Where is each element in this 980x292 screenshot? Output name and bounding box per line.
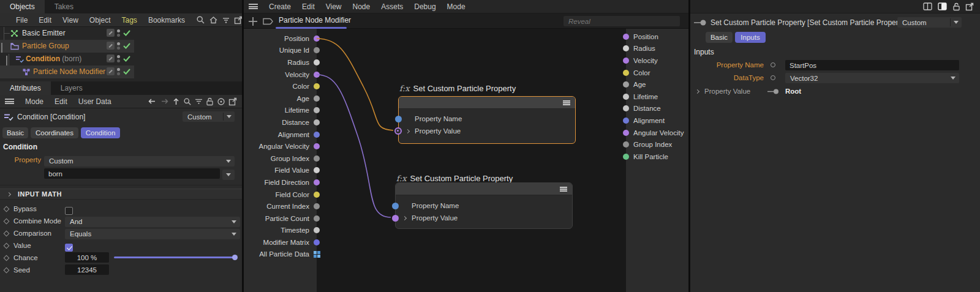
filter-icon[interactable] — [222, 16, 230, 24]
tag-shape-icon[interactable] — [262, 17, 274, 26]
menu-file[interactable]: File — [16, 16, 28, 24]
chevron-right-icon[interactable] — [405, 129, 410, 133]
menu-mode[interactable]: Mode — [25, 97, 43, 106]
object-label[interactable]: Basic Emitter — [22, 29, 66, 37]
key-diamond-icon[interactable] — [4, 206, 10, 212]
menu-mode[interactable]: Mode — [447, 2, 466, 11]
split-view-icon[interactable] — [923, 2, 933, 10]
port-dot[interactable] — [623, 118, 629, 124]
tab-attributes[interactable]: Attributes — [0, 81, 51, 95]
port-row[interactable]: Velocity — [626, 54, 688, 67]
menu-tags[interactable]: Tags — [122, 16, 137, 24]
preset-dropdown[interactable]: Custom — [897, 17, 962, 28]
chevron-right-icon[interactable] — [402, 216, 407, 220]
menu-assets[interactable]: Assets — [381, 2, 403, 11]
port-dot[interactable] — [623, 105, 629, 111]
property-picker-button[interactable] — [222, 170, 235, 180]
port-row[interactable]: Age — [626, 78, 688, 91]
port-dot[interactable] — [392, 203, 399, 209]
key-diamond-icon[interactable] — [4, 230, 10, 236]
port-dot[interactable] — [623, 70, 629, 76]
tree-row-condition[interactable]: Condition (born) — [0, 53, 134, 66]
port-dot[interactable] — [623, 154, 629, 160]
seed-input[interactable] — [65, 264, 109, 275]
datatype-dropdown[interactable]: Vector32 — [785, 73, 959, 83]
edit-toggle-icon[interactable] — [107, 42, 115, 50]
edit-toggle-icon[interactable] — [107, 67, 115, 75]
menu-debug[interactable]: Debug — [414, 2, 435, 11]
slider-handle[interactable] — [232, 255, 238, 260]
preset-dropdown[interactable]: Custom — [183, 111, 235, 122]
node-port-property-value[interactable]: Property Value — [396, 212, 572, 224]
tree-row-basic-emitter[interactable]: Basic Emitter — [0, 27, 134, 40]
chance-input[interactable] — [65, 252, 109, 263]
menu-edit[interactable]: Edit — [55, 97, 67, 106]
layer-dots-icon[interactable] — [117, 29, 120, 37]
menu-create[interactable]: Create — [269, 2, 291, 11]
combine-mode-dropdown[interactable]: And — [65, 217, 240, 227]
port-dot[interactable] — [623, 34, 629, 40]
port-dot[interactable] — [623, 130, 629, 136]
port-row[interactable]: Angular Velocity — [626, 127, 688, 139]
key-diamond-icon[interactable] — [4, 218, 10, 224]
connected-port-icon[interactable] — [767, 88, 780, 95]
port-row[interactable]: Alignment — [626, 114, 688, 127]
node-set-custom-particle-property-1[interactable]: Property Name Property Value — [398, 96, 576, 144]
value-checkbox[interactable] — [65, 244, 73, 252]
tab-particle-node-modifier[interactable]: Particle Node Modifier — [279, 16, 351, 24]
port-row[interactable]: Lifetime — [626, 91, 688, 103]
target-icon[interactable] — [217, 97, 225, 106]
tab-objects[interactable]: Objects — [0, 0, 45, 13]
port-dot[interactable] — [392, 215, 399, 222]
chevron-right-icon[interactable] — [695, 89, 699, 94]
forward-arrow-icon[interactable] — [160, 97, 169, 105]
layer-dots-icon[interactable] — [117, 55, 120, 62]
port-dot[interactable] — [623, 81, 629, 88]
port-dot[interactable] — [623, 141, 629, 148]
search-icon[interactable] — [183, 97, 192, 106]
menu-object[interactable]: Object — [89, 16, 111, 24]
port-dot-connected[interactable] — [394, 127, 402, 135]
edit-toggle-icon[interactable] — [107, 29, 115, 37]
menu-view[interactable]: View — [326, 2, 342, 11]
port-dot[interactable] — [623, 94, 629, 100]
port-row[interactable]: Position — [626, 31, 688, 43]
tab-takes[interactable]: Takes — [45, 0, 83, 13]
property-name-field[interactable]: born — [44, 168, 220, 179]
layer-dots-icon[interactable] — [117, 42, 120, 50]
property-dropdown[interactable]: Custom — [44, 156, 235, 167]
node-menu-icon[interactable] — [560, 187, 567, 192]
node-canvas[interactable]: Position Unique Id Radius Velocity Color… — [244, 29, 688, 292]
port-dot[interactable] — [623, 58, 629, 64]
layer-dots-icon[interactable] — [117, 68, 120, 75]
menu-edit[interactable]: Edit — [302, 2, 315, 11]
port-row[interactable]: Color — [626, 67, 688, 79]
edit-toggle-icon[interactable] — [107, 54, 115, 62]
enabled-check-icon[interactable] — [123, 67, 131, 75]
lock-icon[interactable] — [952, 2, 960, 11]
key-diamond-icon[interactable] — [4, 255, 10, 261]
port-row[interactable]: Distance — [626, 103, 688, 115]
enabled-check-icon[interactable] — [123, 54, 131, 62]
tab-basic[interactable]: Basic — [2, 127, 28, 138]
single-view-icon[interactable] — [938, 2, 948, 10]
menu-edit[interactable]: Edit — [39, 16, 51, 24]
tab-basic[interactable]: Basic — [706, 32, 733, 43]
tab-inputs[interactable]: Inputs — [735, 32, 766, 43]
menu-view[interactable]: View — [62, 16, 78, 24]
tree-row-particle-node-modifier[interactable]: Particle Node Modifier — [0, 66, 134, 78]
comparison-dropdown[interactable]: Equals — [65, 229, 240, 239]
tab-layers[interactable]: Layers — [51, 81, 92, 95]
collapse-toggle[interactable] — [1, 43, 2, 53]
menu-bookmarks[interactable]: Bookmarks — [148, 16, 185, 24]
collapse-toggle[interactable] — [6, 56, 7, 66]
menu-node[interactable]: Node — [353, 2, 371, 11]
port-row[interactable]: Kill Particle — [626, 151, 688, 163]
menu-user-data[interactable]: User Data — [78, 97, 111, 106]
node-set-custom-particle-property-2[interactable]: Property Name Property Value — [395, 182, 573, 229]
object-label[interactable]: Condition — [26, 54, 60, 63]
tab-condition[interactable]: Condition — [81, 127, 120, 138]
popout-icon[interactable] — [228, 97, 237, 106]
object-label[interactable]: Particle Group — [22, 42, 69, 50]
port-circle-icon[interactable] — [771, 62, 775, 67]
